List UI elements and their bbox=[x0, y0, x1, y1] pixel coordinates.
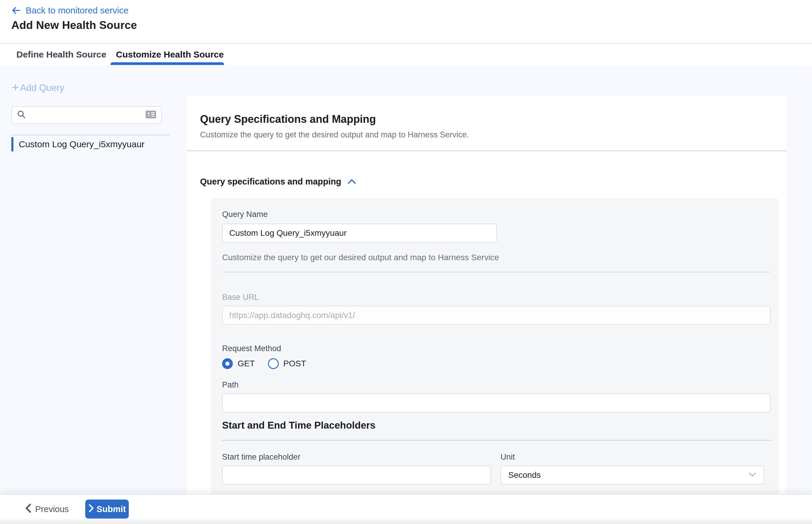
collapse-chevron-up-icon[interactable] bbox=[347, 178, 356, 185]
panel-divider bbox=[187, 150, 786, 151]
back-arrow-icon bbox=[11, 5, 21, 16]
contact-card-icon[interactable] bbox=[145, 110, 157, 120]
previous-button[interactable]: Previous bbox=[25, 500, 69, 518]
screen: Back to monitored service Add New Health… bbox=[0, 0, 812, 524]
section-title: Query specifications and mapping bbox=[200, 177, 341, 186]
chevron-down-icon bbox=[748, 472, 756, 478]
back-link[interactable]: Back to monitored service bbox=[11, 4, 129, 17]
path-label: Path bbox=[222, 380, 239, 390]
section-header: Query specifications and mapping bbox=[200, 175, 356, 188]
query-name-input[interactable] bbox=[222, 224, 497, 243]
time-placeholders-divider bbox=[222, 440, 770, 441]
radio-post-circle-icon bbox=[268, 358, 279, 369]
query-spec-card: Query Name Customize the query to get ou… bbox=[211, 198, 779, 496]
selected-indicator-bar bbox=[11, 137, 13, 151]
request-method-label: Request Method bbox=[222, 344, 281, 353]
query-name-label: Query Name bbox=[222, 210, 268, 219]
tabbar: Define Health Source Customize Health So… bbox=[0, 44, 812, 65]
radio-post-label: POST bbox=[283, 359, 306, 369]
tab-customize-health-source[interactable]: Customize Health Source bbox=[116, 44, 224, 65]
plus-icon: + bbox=[12, 81, 19, 93]
active-tab-underline bbox=[111, 62, 224, 65]
search-input[interactable] bbox=[30, 110, 142, 120]
radio-get[interactable]: GET bbox=[222, 358, 255, 369]
panel-subtitle: Customize the query to get the desired o… bbox=[200, 130, 469, 140]
add-query-label: Add Query bbox=[20, 83, 64, 93]
query-item-label: Custom Log Query_i5xmyyuaur bbox=[19, 139, 145, 149]
panel-title: Query Specifications and Mapping bbox=[200, 113, 376, 126]
footer-bar: Previous Submit bbox=[0, 494, 812, 524]
search-icon bbox=[17, 110, 26, 120]
start-time-input[interactable] bbox=[222, 465, 491, 485]
radio-post[interactable]: POST bbox=[268, 358, 306, 369]
chevron-left-icon bbox=[25, 504, 32, 515]
submit-button[interactable]: Submit bbox=[85, 500, 129, 519]
form-divider bbox=[222, 272, 770, 273]
time-placeholders-title: Start and End Time Placeholders bbox=[222, 420, 376, 431]
base-url-input bbox=[222, 306, 770, 325]
path-input[interactable] bbox=[222, 393, 770, 412]
unit-label: Unit bbox=[501, 453, 515, 462]
start-time-label: Start time placeholder bbox=[222, 453, 301, 462]
add-query-button[interactable]: + Add Query bbox=[12, 81, 64, 95]
main-panel: Query Specifications and Mapping Customi… bbox=[187, 96, 786, 496]
submit-label: Submit bbox=[97, 504, 126, 514]
unit-select-value: Seconds bbox=[508, 470, 541, 480]
query-list-item[interactable]: Custom Log Query_i5xmyyuaur bbox=[11, 137, 169, 151]
back-link-label: Back to monitored service bbox=[26, 5, 129, 16]
request-method-radio-group: GET POST bbox=[222, 357, 306, 370]
query-search-box bbox=[11, 106, 162, 124]
tab-define-health-source[interactable]: Define Health Source bbox=[16, 44, 107, 65]
radio-get-circle-icon bbox=[222, 358, 233, 369]
radio-get-label: GET bbox=[238, 359, 255, 369]
unit-select[interactable]: Seconds bbox=[501, 465, 764, 485]
base-url-label: Base URL bbox=[222, 293, 259, 302]
sidebar-divider bbox=[11, 135, 169, 135]
page-title: Add New Health Source bbox=[11, 19, 137, 32]
chevron-right-icon bbox=[88, 504, 94, 514]
previous-label: Previous bbox=[35, 504, 69, 514]
header: Back to monitored service Add New Health… bbox=[0, 0, 812, 44]
query-name-help-text: Customize the query to get our desired o… bbox=[222, 253, 499, 262]
